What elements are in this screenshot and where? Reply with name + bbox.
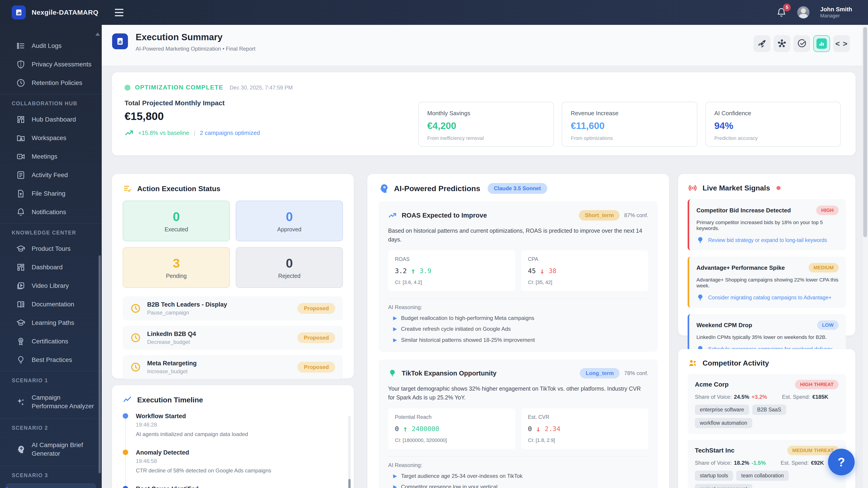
broadcast-icon xyxy=(688,183,698,193)
status-dot xyxy=(125,85,130,91)
reasoning-item[interactable]: ▶Competitor presence low in your vertica… xyxy=(388,484,648,488)
sidebar-item-meetings[interactable]: Meetings xyxy=(0,147,102,166)
sidebar-scrollbar[interactable] xyxy=(98,255,101,473)
prediction-roas: ROAS Expected to Improve Short_term 87% … xyxy=(379,201,658,352)
action-execution-status-card: Action Execution Status 0 Executed 0 App… xyxy=(112,174,354,379)
predicted-value: 2.34 xyxy=(545,425,560,433)
graduation-cap-icon xyxy=(16,244,25,253)
action-item-row[interactable]: LinkedIn B2B Q4 Decrease_budget Proposed xyxy=(123,326,343,350)
stat-value: 3 xyxy=(173,256,180,270)
timeline-dot xyxy=(123,486,128,488)
bell-icon xyxy=(16,207,25,217)
sidebar-item-activity-feed[interactable]: Activity Feed xyxy=(0,166,102,184)
check-circle-button[interactable] xyxy=(794,35,810,52)
panel-title: Execution Timeline xyxy=(137,396,203,404)
user-name: John Smith xyxy=(820,6,852,13)
sidebar-item-documentation[interactable]: Documentation xyxy=(0,295,102,314)
action-item-row[interactable]: Meta Retargeting Increase_budget Propose… xyxy=(123,355,343,379)
signal-title: Advantage+ Performance Spike xyxy=(696,264,785,271)
notifications-bell-icon[interactable]: 5 xyxy=(776,7,786,18)
reason-text: Budget reallocation to high-performing M… xyxy=(401,315,534,321)
reason-text: Target audience age 25-34 over-indexes o… xyxy=(401,473,523,479)
sidebar-item-hub-dashboard[interactable]: Hub Dashboard xyxy=(0,110,102,129)
reasoning-item[interactable]: ▶Similar historical patterns showed 18-2… xyxy=(388,337,648,344)
network-button[interactable] xyxy=(774,35,790,52)
metric-value: 94% xyxy=(714,121,832,131)
sidebar-item-certifications[interactable]: Certifications xyxy=(0,332,102,351)
sidebar-section-collaboration-hub: COLLABORATION HUB xyxy=(0,96,102,110)
sidebar-section-knowledge-center: KNOWLEDGE CENTER xyxy=(0,225,102,239)
reasoning-item[interactable]: ▶Creative refresh cycle initiated on Goo… xyxy=(388,326,648,332)
sidebar-item-ai-campaign-brief-generator[interactable]: AI Campaign Brief Generator xyxy=(0,435,102,464)
action-item-row[interactable]: B2B Tech Leaders - Display Pause_campaig… xyxy=(123,296,343,320)
sidebar-item-ai-auto-optimizer-active[interactable]: AI Auto-Optimizer xyxy=(6,484,96,488)
rocket-button[interactable] xyxy=(754,35,770,52)
stat-label: Approved xyxy=(277,226,301,233)
triangle-bullet-icon: ▶ xyxy=(393,315,397,322)
action-title: Meta Retargeting xyxy=(147,360,197,367)
award-icon xyxy=(16,337,25,346)
sidebar-item-workspaces[interactable]: Workspaces xyxy=(0,129,102,147)
sidebar-divider xyxy=(0,94,102,94)
graduation-cap-icon xyxy=(16,318,25,327)
people-icon xyxy=(688,358,698,368)
baseline-delta: +15.8% vs baseline xyxy=(138,129,189,136)
code-view-button[interactable]: < > xyxy=(833,35,850,52)
stat-label: Executed xyxy=(164,226,188,233)
ai-head-icon xyxy=(379,183,389,194)
reasoning-item[interactable]: ▶Budget reallocation to high-performing … xyxy=(388,315,648,322)
bar-chart-button-active[interactable] xyxy=(813,35,830,52)
help-button[interactable]: ? xyxy=(828,449,855,475)
sidebar-item-video-library[interactable]: Video Library xyxy=(0,276,102,295)
list-icon xyxy=(16,41,25,51)
arrow-up-icon: ↑ xyxy=(403,424,407,433)
prediction-desc: Your target demographic shows 32% higher… xyxy=(388,384,648,402)
stat-value: 0 xyxy=(286,209,293,224)
sidebar-item-label: Learning Paths xyxy=(32,319,74,326)
competitor-acme: Acme Corp HIGH THREAT Share of Voice: 24… xyxy=(688,374,846,434)
signal-recommendation-link[interactable]: Review bid strategy or expand to long-ta… xyxy=(696,236,839,244)
sidebar-item-product-tours[interactable]: Product Tours xyxy=(0,239,102,258)
sidebar-item-file-sharing[interactable]: File Sharing xyxy=(0,184,102,203)
threat-badge: HIGH THREAT xyxy=(795,380,839,389)
sidebar-item-audit-logs[interactable]: Audit Logs xyxy=(0,37,102,55)
brand-name: Nexgile-DATAMARQ xyxy=(32,8,98,16)
sidebar-item-retention-policies[interactable]: Retention Policies xyxy=(0,74,102,92)
sidebar-item-notifications[interactable]: Notifications xyxy=(0,203,102,221)
severity-badge: HIGH xyxy=(816,205,839,215)
signal-recommendation-link[interactable]: Consider migrating catalog campaigns to … xyxy=(696,294,839,301)
sidebar-item-dashboard[interactable]: Dashboard xyxy=(0,258,102,276)
prediction-tiktok: TikTok Expansion Opportunity Long_term 7… xyxy=(379,359,658,488)
reasoning-item[interactable]: ▶Target audience age 25-34 over-indexes … xyxy=(388,473,648,480)
sidebar-item-label: Video Library xyxy=(32,282,69,289)
competitor-name: Acme Corp xyxy=(695,381,728,388)
sidebar-item-label: Meetings xyxy=(32,153,57,160)
signal-competitor-bid: Competitor Bid Increase Detected HIGH Pr… xyxy=(688,199,846,250)
campaigns-optimized-link[interactable]: 2 campaigns optimized xyxy=(200,129,260,136)
sidebar-scroll-up-arrow[interactable] xyxy=(95,33,100,36)
sidebar-item-learning-paths[interactable]: Learning Paths xyxy=(0,314,102,332)
menu-toggle-button[interactable] xyxy=(115,9,123,16)
sidebar-item-campaign-performance-analyzer[interactable]: Campaign Performance Analyzer xyxy=(0,387,102,417)
sidebar-item-privacy-assessments[interactable]: Privacy Assessments xyxy=(0,55,102,74)
ai-predictions-card: AI-Powered Predictions Claude 3.5 Sonnet… xyxy=(367,174,669,488)
event-desc: AI agents initialized and campaign data … xyxy=(136,431,343,437)
triangle-bullet-icon: ▶ xyxy=(393,326,397,332)
sidebar-item-best-practices[interactable]: Best Practices xyxy=(0,351,102,369)
current-value: 0 xyxy=(395,425,399,433)
arrow-up-icon: ↑ xyxy=(411,266,415,275)
action-type: Decrease_budget xyxy=(147,339,196,345)
code-icon: < > xyxy=(835,39,848,48)
bar-chart-icon xyxy=(816,38,827,49)
metric-est-cvr: Est. CVR 0 ↓ 2.34 CI: [1.8, 2.9] xyxy=(521,408,649,449)
sidebar-item-label: AI Campaign Brief Generator xyxy=(32,441,95,458)
avatar[interactable] xyxy=(797,6,810,19)
confidence-interval: CI: [3.6, 4.2] xyxy=(395,280,508,285)
sidebar-item-label: Retention Policies xyxy=(32,79,82,87)
sidebar-item-label: Notifications xyxy=(32,208,66,216)
timeline-scrollbar[interactable] xyxy=(348,416,350,488)
page-scrollbar[interactable] xyxy=(862,25,868,488)
metric-label: Revenue Increase xyxy=(571,110,688,117)
severity-badge: MEDIUM xyxy=(809,263,839,272)
metric-label: AI Confidence xyxy=(714,110,832,117)
